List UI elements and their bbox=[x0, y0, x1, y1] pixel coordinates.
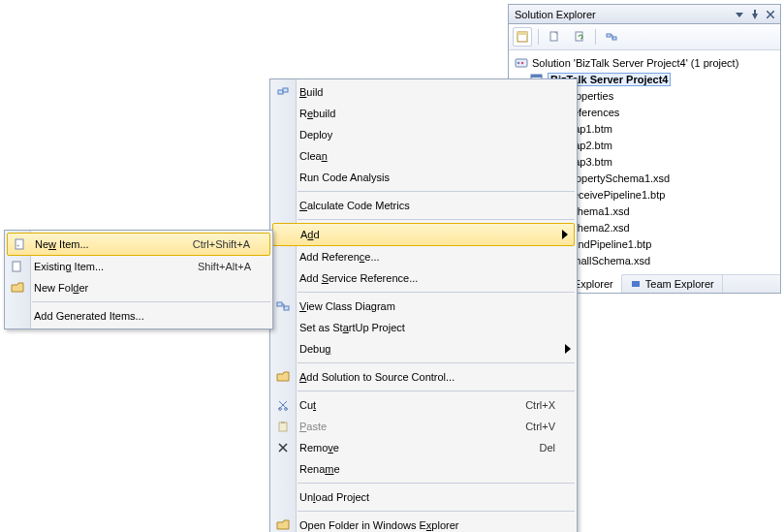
svg-point-7 bbox=[517, 61, 520, 64]
svg-point-27 bbox=[279, 408, 282, 411]
panel-title-text: Solution Explorer bbox=[515, 9, 596, 20]
menu-separator bbox=[298, 391, 575, 391]
project-context-menu: Build Rebuild Deploy Clean Run Code Anal… bbox=[269, 78, 578, 532]
menu-view-class-diagram[interactable]: View Class Diagram bbox=[270, 296, 577, 317]
menu-separator bbox=[298, 362, 575, 363]
submenu-new-folder[interactable]: New Folder bbox=[5, 277, 272, 298]
submenu-existing-item[interactable]: Existing Item...Shift+Alt+A bbox=[5, 256, 272, 277]
team-explorer-tab-icon bbox=[630, 278, 642, 290]
menu-debug[interactable]: Debug bbox=[270, 338, 577, 360]
menu-add[interactable]: Add bbox=[272, 223, 575, 246]
build-icon bbox=[275, 84, 291, 100]
open-folder-icon bbox=[275, 517, 291, 532]
menu-paste[interactable]: PasteCtrl+V bbox=[270, 416, 577, 437]
panel-titlebar: Solution Explorer bbox=[509, 5, 780, 24]
show-all-files-icon[interactable] bbox=[545, 27, 564, 47]
menu-set-startup-project[interactable]: Set as StartUp Project bbox=[270, 317, 577, 338]
menu-add-solution-to-source-control[interactable]: Add Solution to Source Control... bbox=[270, 366, 577, 388]
svg-text:+: + bbox=[16, 242, 20, 248]
menu-run-code-analysis[interactable]: Run Code Analysis bbox=[270, 167, 577, 188]
svg-rect-1 bbox=[517, 32, 527, 35]
shortcut-label: Ctrl+V bbox=[525, 421, 555, 432]
toolbar-separator bbox=[538, 29, 539, 45]
menu-rebuild[interactable]: Rebuild bbox=[270, 103, 577, 124]
solution-icon bbox=[515, 56, 528, 70]
svg-point-28 bbox=[285, 408, 288, 411]
svg-rect-26 bbox=[284, 306, 289, 310]
new-folder-icon bbox=[10, 280, 25, 296]
view-class-diagram-icon[interactable] bbox=[602, 27, 621, 47]
panel-toolbar bbox=[509, 24, 780, 50]
panel-window-controls bbox=[734, 9, 776, 20]
menu-unload-project[interactable]: Unload Project bbox=[270, 486, 577, 508]
solution-root-node[interactable]: Solution 'BizTalk Server Project4' (1 pr… bbox=[513, 54, 776, 71]
menu-cut[interactable]: CutCtrl+X bbox=[270, 394, 577, 416]
menu-separator bbox=[32, 301, 270, 302]
tab-team-explorer[interactable]: Team Explorer bbox=[622, 275, 723, 293]
menu-add-service-reference[interactable]: Add Service Reference... bbox=[270, 267, 577, 289]
svg-rect-30 bbox=[281, 422, 285, 423]
svg-rect-35 bbox=[13, 262, 20, 271]
solution-root-label: Solution 'BizTalk Server Project4' (1 pr… bbox=[532, 57, 738, 69]
source-control-icon bbox=[275, 369, 291, 385]
shortcut-label: Shift+Alt+A bbox=[198, 261, 251, 272]
menu-calculate-code-metrics[interactable]: Calculate Code Metrics bbox=[270, 195, 577, 216]
svg-point-8 bbox=[521, 61, 524, 64]
shortcut-label: Ctrl+Shift+A bbox=[193, 238, 250, 250]
toolbar-separator bbox=[595, 29, 596, 45]
menu-clean[interactable]: Clean bbox=[270, 145, 577, 167]
shortcut-label: Del bbox=[539, 442, 555, 454]
menu-remove[interactable]: RemoveDel bbox=[270, 437, 577, 458]
menu-rename[interactable]: Rename bbox=[270, 458, 577, 480]
menu-open-folder-in-explorer[interactable]: Open Folder in Windows Explorer bbox=[270, 515, 577, 532]
svg-rect-5 bbox=[612, 37, 616, 40]
menu-separator bbox=[298, 483, 575, 484]
submenu-add-generated-items[interactable]: Add Generated Items... bbox=[5, 305, 272, 327]
menu-build[interactable]: Build bbox=[270, 81, 577, 103]
add-submenu: + New Item...Ctrl+Shift+A Existing Item.… bbox=[4, 230, 273, 329]
class-diagram-icon bbox=[275, 298, 291, 314]
submenu-new-item[interactable]: + New Item...Ctrl+Shift+A bbox=[7, 233, 270, 256]
svg-rect-4 bbox=[607, 34, 611, 37]
properties-icon[interactable] bbox=[513, 27, 532, 47]
svg-rect-23 bbox=[278, 90, 283, 94]
refresh-icon[interactable] bbox=[570, 27, 589, 47]
pin-icon[interactable] bbox=[749, 9, 761, 20]
menu-separator bbox=[298, 191, 575, 192]
cut-icon bbox=[275, 397, 291, 413]
submenu-arrow-icon bbox=[562, 230, 568, 239]
paste-icon bbox=[275, 419, 291, 434]
menu-deploy[interactable]: Deploy bbox=[270, 124, 577, 145]
submenu-arrow-icon bbox=[565, 344, 571, 354]
svg-rect-25 bbox=[277, 302, 282, 306]
existing-item-icon bbox=[10, 259, 25, 274]
menu-separator bbox=[298, 511, 575, 512]
svg-rect-29 bbox=[279, 422, 287, 431]
svg-rect-24 bbox=[283, 88, 288, 92]
new-item-icon: + bbox=[13, 236, 28, 252]
menu-separator bbox=[298, 219, 575, 220]
svg-rect-10 bbox=[531, 75, 542, 78]
remove-icon bbox=[275, 440, 291, 455]
shortcut-label: Ctrl+X bbox=[525, 399, 555, 411]
close-icon[interactable] bbox=[765, 9, 776, 20]
dropdown-icon[interactable] bbox=[734, 9, 745, 20]
tab-label: Team Explorer bbox=[645, 278, 714, 290]
svg-rect-22 bbox=[632, 281, 640, 287]
menu-add-reference[interactable]: Add Reference... bbox=[270, 246, 577, 267]
menu-separator bbox=[298, 292, 575, 293]
